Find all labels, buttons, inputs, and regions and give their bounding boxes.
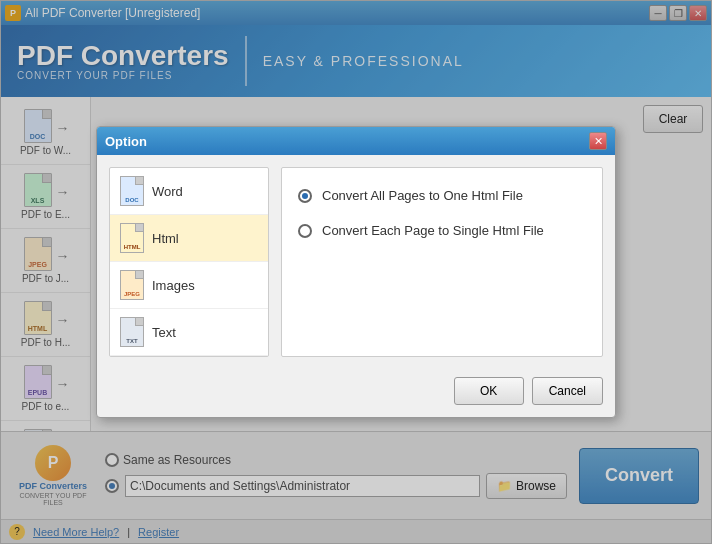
format-icon-images: JPEG — [120, 270, 144, 300]
options-panel: Convert All Pages to One Html File Conve… — [281, 167, 603, 357]
option-1-radio[interactable] — [298, 189, 312, 203]
format-name-word: Word — [152, 184, 183, 199]
option-2-radio[interactable] — [298, 224, 312, 238]
ok-button[interactable]: OK — [454, 377, 524, 405]
format-icon-html: HTML — [120, 223, 144, 253]
format-item-text[interactable]: TXT Text — [110, 309, 268, 356]
format-item-word[interactable]: DOC Word — [110, 168, 268, 215]
option-2-label: Convert Each Page to Single Html File — [322, 223, 544, 238]
modal-close-button[interactable]: ✕ — [589, 132, 607, 150]
option-row-2: Convert Each Page to Single Html File — [298, 223, 586, 238]
format-item-images[interactable]: JPEG Images — [110, 262, 268, 309]
format-name-html: Html — [152, 231, 179, 246]
option-1-label: Convert All Pages to One Html File — [322, 188, 523, 203]
option-modal: Option ✕ DOC Word HTML — [96, 126, 616, 418]
modal-body: DOC Word HTML Html JPEG I — [97, 155, 615, 369]
format-icon-word: DOC — [120, 176, 144, 206]
format-list: DOC Word HTML Html JPEG I — [109, 167, 269, 357]
format-item-html[interactable]: HTML Html — [110, 215, 268, 262]
format-icon-text: TXT — [120, 317, 144, 347]
modal-title: Option — [105, 134, 147, 149]
modal-footer: OK Cancel — [97, 369, 615, 417]
format-name-text: Text — [152, 325, 176, 340]
format-name-images: Images — [152, 278, 195, 293]
modal-title-bar: Option ✕ — [97, 127, 615, 155]
modal-overlay: Option ✕ DOC Word HTML — [1, 1, 711, 543]
main-window: P All PDF Converter [Unregistered] ─ ❐ ✕… — [0, 0, 712, 544]
option-row-1: Convert All Pages to One Html File — [298, 188, 586, 203]
cancel-button[interactable]: Cancel — [532, 377, 603, 405]
